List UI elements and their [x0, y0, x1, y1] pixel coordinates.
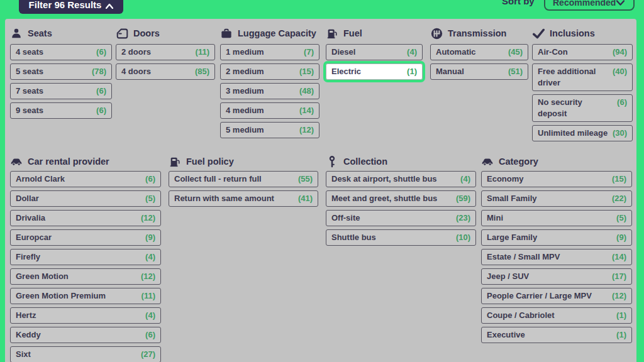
filter-option-label: 4 medium: [226, 105, 299, 116]
filter-option[interactable]: Arnold Clark(6): [10, 171, 161, 187]
filter-group-car-rental-provider: Car rental provider Arnold Clark(6)Dolla…: [10, 156, 161, 362]
filter-option-count: (6): [96, 105, 106, 116]
filter-option[interactable]: 7 seats(6): [10, 83, 112, 99]
filter-option[interactable]: Unlimited mileage(30): [532, 125, 633, 141]
filter-option[interactable]: Economy(15): [481, 171, 632, 187]
filter-option-label: Coupe / Cabriolet: [487, 310, 616, 321]
filter-group-items: Arnold Clark(6)Dollar(5)Drivalia(12)Euro…: [10, 171, 161, 362]
filter-option[interactable]: Keddy(6): [10, 327, 161, 343]
filter-option[interactable]: Collect full - return full(55): [169, 171, 318, 187]
filter-option[interactable]: 1 medium(7): [220, 44, 319, 60]
filter-option-count: (40): [613, 66, 627, 77]
filter-option-label: Dollar: [16, 193, 145, 204]
filter-option-label: Small Family: [487, 193, 612, 204]
filter-option-count: (15): [612, 173, 626, 185]
filter-option[interactable]: Small Family(22): [481, 190, 632, 207]
filter-option[interactable]: Meet and greet, shuttle bus(59): [326, 190, 476, 207]
filter-option-label: Green Motion Premium: [16, 290, 142, 302]
filter-option-count: (11): [196, 47, 209, 58]
filter-option[interactable]: Estate / Small MPV(14): [481, 249, 632, 265]
filter-results-button[interactable]: Filter 96 Results: [19, 0, 123, 14]
filter-group-luggage-capacity: Luggage Capacity 1 medium(7)2 medium(15)…: [220, 28, 319, 141]
filter-option-label: Arnold Clark: [16, 173, 145, 185]
filter-group-transmission: Transmission Automatic(45)Manual(51): [430, 28, 528, 83]
filter-option[interactable]: Green Motion(12): [10, 268, 161, 285]
filter-option[interactable]: 2 medium(15): [220, 63, 319, 80]
filter-option-count: (4): [145, 251, 155, 263]
sort-dropdown[interactable]: Recommended: [544, 0, 635, 11]
filter-option[interactable]: No security deposit(6): [532, 94, 633, 122]
filter-option[interactable]: Diesel(4): [326, 44, 423, 60]
filter-option-count: (7): [304, 47, 314, 58]
filter-option[interactable]: Green Motion Premium(11): [10, 288, 161, 304]
filter-option[interactable]: Desk at airport, shuttle bus(4): [326, 171, 476, 187]
filter-option-label: 3 medium: [226, 85, 299, 97]
filter-group-items: Air-Con(94)Free additional driver(40)No …: [532, 44, 633, 141]
filter-option-label: 4 seats: [16, 47, 96, 58]
filter-option[interactable]: Off-site(23): [326, 210, 476, 226]
filter-option-count: (4): [407, 47, 417, 58]
filter-option-count: (14): [612, 251, 626, 263]
filter-option-label: Collect full - return full: [174, 173, 298, 185]
filter-group-items: Diesel(4)Electric(1): [326, 44, 423, 80]
filter-option-count: (6): [145, 329, 155, 341]
filter-option-label: Estate / Small MPV: [487, 251, 612, 263]
filter-option-count: (17): [612, 271, 626, 282]
filter-group-header: Transmission: [430, 28, 528, 39]
filter-option[interactable]: Mini(5): [481, 210, 632, 226]
filter-option-label: Executive: [487, 329, 616, 341]
filter-option-selected[interactable]: Electric(1): [326, 63, 423, 80]
filter-option[interactable]: Dollar(5): [10, 190, 161, 207]
filter-option[interactable]: 4 seats(6): [10, 44, 112, 60]
filter-option[interactable]: Shuttle bus(10): [326, 229, 476, 246]
filter-option-label: Manual: [436, 66, 508, 77]
filter-option[interactable]: Coupe / Cabriolet(1): [481, 307, 632, 324]
checkmark-icon: [532, 27, 545, 40]
filter-option-count: (94): [613, 47, 627, 58]
filter-option-label: People Carrier / Large MPV: [487, 290, 612, 302]
filter-option[interactable]: 4 medium(14): [220, 102, 319, 119]
filter-option-label: Hertz: [16, 310, 145, 321]
filter-option[interactable]: Drivalia(12): [10, 210, 161, 226]
filter-option-count: (45): [508, 47, 523, 58]
filter-option[interactable]: Europcar(9): [10, 229, 161, 246]
filter-group-items: Desk at airport, shuttle bus(4)Meet and …: [326, 171, 476, 246]
filter-option-count: (4): [145, 310, 155, 321]
filter-option[interactable]: Hertz(4): [10, 307, 161, 324]
filter-option[interactable]: 4 doors(85): [116, 63, 215, 80]
filter-option-count: (12): [612, 290, 626, 302]
filter-option-count: (30): [613, 128, 627, 139]
filter-group-title: Luggage Capacity: [238, 28, 316, 38]
filter-option-count: (78): [92, 66, 106, 77]
filter-option[interactable]: Large Family(9): [481, 229, 632, 246]
filter-option-count: (12): [141, 212, 155, 224]
filter-option[interactable]: Air-Con(94): [532, 44, 633, 60]
filter-option-count: (59): [456, 193, 470, 204]
filter-option-count: (9): [145, 232, 155, 243]
filter-option[interactable]: Jeep / SUV(17): [481, 268, 632, 285]
filter-option[interactable]: Executive(1): [481, 327, 632, 343]
filter-option-count: (5): [616, 212, 626, 224]
fuel-pump-icon: [326, 27, 338, 40]
filter-option-label: 7 seats: [16, 85, 96, 97]
filter-group-header: Car rental provider: [10, 156, 161, 167]
filter-group-header: Collection: [326, 156, 476, 167]
filter-option[interactable]: 2 doors(11): [116, 44, 215, 60]
filter-option[interactable]: Automatic(45): [430, 44, 528, 60]
filter-option[interactable]: 5 medium(12): [220, 122, 319, 138]
filter-option[interactable]: Firefly(4): [10, 249, 161, 265]
filter-option-count: (23): [456, 212, 470, 224]
filter-group-header: Category: [481, 156, 632, 167]
filter-option-count: (15): [299, 66, 314, 77]
filter-option[interactable]: 9 seats(6): [10, 102, 112, 119]
filter-option[interactable]: Free additional driver(40): [532, 63, 633, 91]
filter-option[interactable]: Manual(51): [430, 63, 528, 80]
filter-option-label: Air-Con: [538, 47, 613, 58]
filter-option-count: (51): [508, 66, 523, 77]
filter-option[interactable]: Return with same amount(41): [169, 190, 318, 207]
filter-option[interactable]: People Carrier / Large MPV(12): [481, 288, 632, 304]
filter-option[interactable]: Sixt(27): [10, 346, 161, 362]
filter-option[interactable]: 5 seats(78): [10, 63, 112, 80]
briefcase-icon: [220, 27, 233, 40]
filter-option[interactable]: 3 medium(48): [220, 83, 319, 99]
